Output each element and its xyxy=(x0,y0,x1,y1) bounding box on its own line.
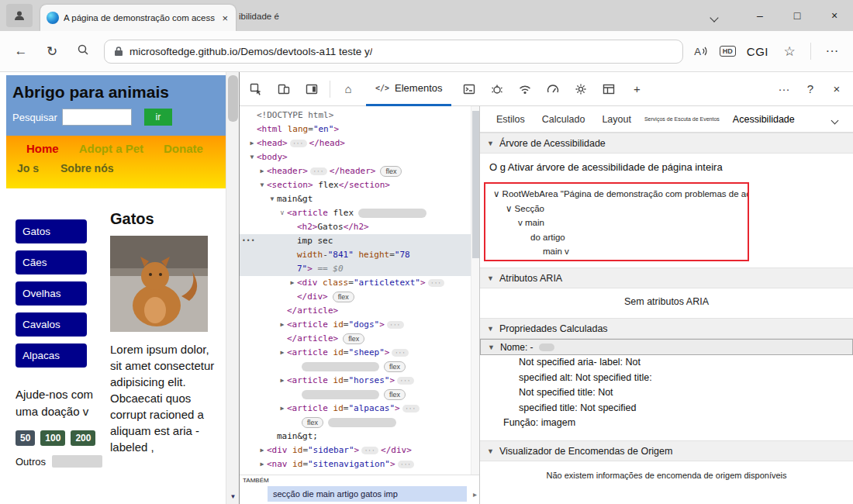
other-amount-input[interactable] xyxy=(52,455,102,468)
devtools-close-icon[interactable]: × xyxy=(827,79,847,99)
device-emulation-icon[interactable] xyxy=(274,79,294,99)
favorites-star-icon[interactable]: ☆ xyxy=(779,43,799,60)
dom-tree-line[interactable]: <html lang="en"> xyxy=(240,123,479,136)
dom-tree-line[interactable]: width-"841" height="78 xyxy=(240,248,479,262)
expand-ellipsis-button[interactable]: ··· xyxy=(392,349,409,357)
tab-actions-chevron-icon[interactable] xyxy=(711,10,717,24)
expand-arrow-icon[interactable]: ▼ xyxy=(257,178,267,192)
dom-tree-line[interactable]: ▶<article id="dogs">··· xyxy=(240,318,479,332)
dock-side-icon[interactable] xyxy=(302,79,322,99)
inspect-element-icon[interactable] xyxy=(246,79,266,99)
search-go-button[interactable]: ir xyxy=(144,109,172,126)
dom-tree-line[interactable]: main&gt; xyxy=(240,430,479,444)
expand-arrow-icon[interactable]: ▶ xyxy=(257,457,267,471)
dom-tree-line[interactable]: ▶<article id="sheep">··· xyxy=(240,346,479,360)
profile-label[interactable]: CGI xyxy=(747,45,768,58)
expand-ellipsis-button[interactable]: ··· xyxy=(290,140,307,147)
browser-profile-button[interactable] xyxy=(6,4,33,27)
expand-ellipsis-button[interactable]: ··· xyxy=(428,279,445,287)
site-info-lock-icon[interactable] xyxy=(114,46,123,57)
dom-tree-line[interactable]: ▶<div id="sidebar">···</div> xyxy=(240,444,479,457)
dom-tree-scrollbar[interactable] xyxy=(471,106,479,475)
category-button-ovelhas[interactable]: Ovelhas xyxy=(16,281,87,306)
settings-gear-icon[interactable] xyxy=(571,79,591,99)
dom-tree-line[interactable]: ▶<article id="alpacas">··· xyxy=(240,402,479,416)
expand-arrow-icon[interactable]: ▶ xyxy=(278,374,287,388)
read-aloud-button[interactable]: A xyxy=(694,46,709,57)
dom-tree-line[interactable]: ▶<head>···</head> xyxy=(240,136,479,150)
page-scrollbar-thumb[interactable] xyxy=(228,75,238,122)
welcome-home-icon[interactable]: ⌂ xyxy=(338,79,358,99)
dom-tree-line[interactable]: ▶<header>···</header>flex xyxy=(240,164,479,178)
expand-arrow-icon[interactable]: ▶ xyxy=(278,346,287,360)
settings-more-button[interactable]: ··· xyxy=(822,43,842,59)
page-scrollbar[interactable]: ▼ xyxy=(226,72,239,504)
panel-tabs-chevron-icon[interactable] xyxy=(832,112,837,126)
panel-tab-calculado[interactable]: Calculado xyxy=(534,114,594,125)
dom-tree-line[interactable]: v<article flex xyxy=(240,206,479,220)
dom-tree-line[interactable]: •••imp sec xyxy=(240,234,479,248)
nav-link-jo-s[interactable]: Jo s xyxy=(17,162,39,174)
expand-arrow-icon[interactable]: ▶ xyxy=(257,444,267,457)
expand-arrow-icon[interactable]: ▶ xyxy=(247,136,257,150)
dom-tree-line[interactable]: ▶<article id="horses">··· xyxy=(240,374,479,388)
devtools-help-icon[interactable]: ? xyxy=(800,79,820,99)
nav-link-adopt-a-pet[interactable]: Adopt a Pet xyxy=(79,142,143,155)
maximize-button[interactable]: □ xyxy=(779,0,816,31)
expand-arrow-icon[interactable]: ▶ xyxy=(257,164,267,178)
issues-bug-icon[interactable] xyxy=(487,79,507,99)
dom-tree-line[interactable]: <h2>Gatos</h2> xyxy=(240,220,479,234)
category-button-cavalos[interactable]: Cavalos xyxy=(16,312,87,337)
computed-name-row[interactable]: ▼ Nome: - xyxy=(480,339,853,355)
expand-ellipsis-button[interactable]: ··· xyxy=(397,377,414,385)
more-tools-plus-icon[interactable]: + xyxy=(627,79,647,99)
application-icon[interactable] xyxy=(599,79,619,99)
enable-fullpage-a11y-checkbox[interactable]: O g Ativar árvore de acessibilidade de p… xyxy=(480,154,853,181)
browser-tab[interactable]: A página de demonstração com acess × xyxy=(40,5,236,31)
category-button-gatos[interactable]: Gatos xyxy=(16,219,87,243)
expand-ellipsis-button[interactable]: ··· xyxy=(402,405,420,413)
nav-link-donate[interactable]: Donate xyxy=(164,142,203,155)
dom-tree-scrollbar-thumb[interactable] xyxy=(472,111,479,258)
row-menu-dots-icon[interactable]: ••• xyxy=(242,234,255,248)
expand-ellipsis-button[interactable]: ··· xyxy=(387,321,404,329)
dom-tree-line[interactable]: ▼<body> xyxy=(240,150,479,164)
dom-tree-line[interactable]: </article> xyxy=(240,304,479,318)
refresh-button[interactable]: ↻ xyxy=(42,43,62,60)
expand-arrow-icon[interactable]: v xyxy=(278,206,287,220)
dom-tree-line[interactable]: flex xyxy=(240,360,479,374)
donation-amount-100[interactable]: 100 xyxy=(40,430,65,446)
nav-link-sobre-n-s[interactable]: Sobre nós xyxy=(60,162,113,174)
network-icon[interactable] xyxy=(515,79,535,99)
panel-tab-acessibilidade[interactable]: Acessibilidade xyxy=(724,114,803,125)
dom-tree-line[interactable]: ▼main&gt xyxy=(240,192,479,206)
page-search-input[interactable] xyxy=(62,109,132,126)
hd-badge-icon[interactable]: HD xyxy=(720,46,736,57)
a11y-tree-node[interactable]: do artigo xyxy=(485,230,748,245)
section-accessibility-tree[interactable]: ▼ Árvore de Acessibilidade xyxy=(480,133,853,154)
a11y-tree-node[interactable]: ∨ Secção xyxy=(485,202,748,216)
dom-tree-line[interactable]: </div>flex xyxy=(240,290,479,304)
expand-ellipsis-button[interactable]: ··· xyxy=(310,167,327,175)
performance-icon[interactable] xyxy=(543,79,563,99)
tab-close-icon[interactable]: × xyxy=(220,12,230,24)
dom-tree-line[interactable]: <!DOCTYPE html> xyxy=(240,109,479,123)
a11y-tree-node[interactable]: main v xyxy=(485,244,748,259)
console-icon[interactable] xyxy=(459,79,479,99)
a11y-tree-node[interactable]: v main xyxy=(485,216,748,230)
expand-arrow-icon[interactable]: ▶ xyxy=(278,318,287,332)
panel-tab-layout[interactable]: Layout xyxy=(593,114,640,125)
expand-ellipsis-button[interactable]: ··· xyxy=(361,447,378,454)
panel-tab-estilos[interactable]: Estilos xyxy=(488,114,534,125)
expand-arrow-icon[interactable]: ▼ xyxy=(268,192,277,206)
dom-tree-line[interactable]: flex xyxy=(240,388,479,402)
minimize-button[interactable]: – xyxy=(741,0,779,31)
panel-tab-servi-os-de-escuta-de-eventos[interactable]: Serviços de Escuta de Eventos xyxy=(640,116,724,122)
expand-arrow-icon[interactable]: ▼ xyxy=(247,150,257,164)
dom-tree-line[interactable]: 7"> == $0 xyxy=(240,262,479,276)
window-close-button[interactable]: × xyxy=(816,0,853,31)
back-button[interactable]: ← xyxy=(11,43,31,59)
dom-tree-line[interactable]: </article>flex xyxy=(240,332,479,346)
breadcrumb[interactable]: secção die main artigo gatos imp xyxy=(268,486,467,502)
a11y-tree-node[interactable]: ∨ RootWebArea "Página de demonstração co… xyxy=(485,187,748,202)
